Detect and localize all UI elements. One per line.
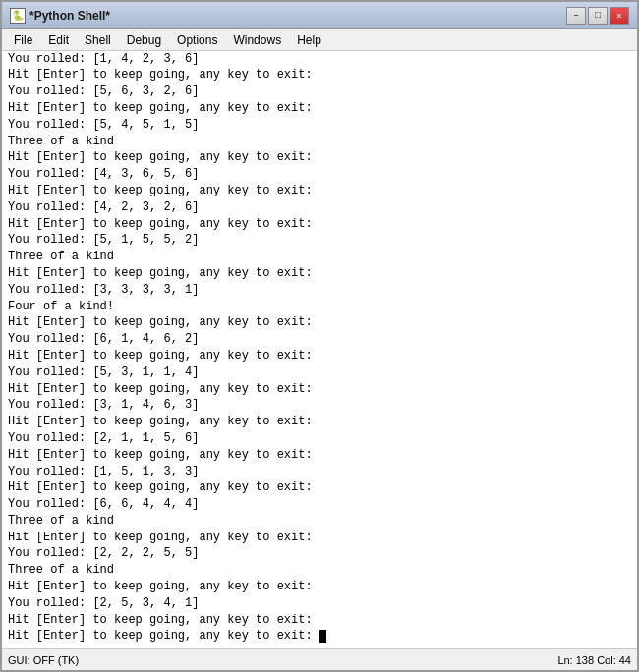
menu-item-help[interactable]: Help [289, 31, 329, 49]
output-line: You rolled: [4, 3, 6, 5, 6] [8, 166, 631, 183]
title-bar-left: 🐍 *Python Shell* [10, 8, 110, 24]
output-line: You rolled: [5, 6, 3, 2, 6] [8, 84, 631, 100]
output-line: Hit [Enter] to keep going, any key to ex… [8, 265, 631, 282]
window-controls: – □ ✕ [566, 7, 629, 25]
output-line: Hit [Enter] to keep going, any key to ex… [8, 314, 631, 331]
content-area: You rolled: [3, 6, 3, 5, 3]Three of a ki… [2, 51, 637, 648]
menu-item-shell[interactable]: Shell [77, 31, 119, 49]
menu-item-options[interactable]: Options [169, 31, 225, 49]
output-line: Hit [Enter] to keep going, any key to ex… [8, 479, 631, 496]
output-line: Hit [Enter] to keep going, any key to ex… [8, 67, 631, 84]
output-line: Hit [Enter] to keep going, any key to ex… [8, 348, 631, 364]
output-line: Three of a kind [8, 562, 631, 579]
shell-output[interactable]: You rolled: [3, 6, 3, 5, 3]Three of a ki… [2, 51, 637, 648]
output-line: You rolled: [4, 2, 3, 2, 6] [8, 199, 631, 216]
close-button[interactable]: ✕ [610, 7, 629, 25]
output-line: Hit [Enter] to keep going, any key to ex… [8, 100, 631, 117]
output-line: Hit [Enter] to keep going, any key to ex… [8, 579, 631, 595]
last-prompt-line: Hit [Enter] to keep going, any key to ex… [8, 628, 631, 644]
output-line: Hit [Enter] to keep going, any key to ex… [8, 149, 631, 166]
text-cursor [320, 630, 326, 643]
output-line: You rolled: [2, 5, 3, 4, 1] [8, 595, 631, 612]
minimize-button[interactable]: – [566, 7, 586, 25]
output-line: You rolled: [1, 4, 2, 3, 6] [8, 51, 631, 67]
menu-item-file[interactable]: File [6, 31, 40, 49]
output-line: You rolled: [3, 3, 3, 3, 1] [8, 282, 631, 299]
output-line: Hit [Enter] to keep going, any key to ex… [8, 612, 631, 629]
maximize-button[interactable]: □ [588, 7, 608, 25]
title-bar: 🐍 *Python Shell* – □ ✕ [2, 2, 637, 29]
output-line: You rolled: [5, 4, 5, 1, 5] [8, 117, 631, 134]
output-line: Hit [Enter] to keep going, any key to ex… [8, 216, 631, 233]
output-line: You rolled: [6, 1, 4, 6, 2] [8, 331, 631, 348]
cursor-position: Ln: 138 Col: 44 [557, 654, 631, 666]
output-line: You rolled: [5, 1, 5, 5, 2] [8, 232, 631, 249]
menu-item-windows[interactable]: Windows [225, 31, 289, 49]
python-shell-window: 🐍 *Python Shell* – □ ✕ FileEditShellDebu… [0, 0, 639, 672]
output-line: You rolled: [5, 3, 1, 1, 4] [8, 364, 631, 381]
output-line: Four of a kind! [8, 299, 631, 315]
output-line: You rolled: [3, 1, 4, 6, 3] [8, 397, 631, 414]
output-line: You rolled: [2, 2, 2, 5, 5] [8, 545, 631, 562]
window-title: *Python Shell* [29, 9, 110, 23]
output-line: Three of a kind [8, 513, 631, 530]
output-line: You rolled: [1, 5, 1, 3, 3] [8, 464, 631, 480]
window-icon: 🐍 [10, 8, 26, 24]
output-line: Hit [Enter] to keep going, any key to ex… [8, 381, 631, 398]
output-line: Hit [Enter] to keep going, any key to ex… [8, 447, 631, 464]
output-line: Hit [Enter] to keep going, any key to ex… [8, 530, 631, 546]
output-line: Hit [Enter] to keep going, any key to ex… [8, 183, 631, 199]
gui-status: GUI: OFF (TK) [8, 654, 79, 666]
menu-item-edit[interactable]: Edit [40, 31, 77, 49]
output-line: Three of a kind [8, 249, 631, 265]
output-line: Hit [Enter] to keep going, any key to ex… [8, 414, 631, 430]
menu-bar: FileEditShellDebugOptionsWindowsHelp [2, 29, 637, 51]
status-bar: GUI: OFF (TK) Ln: 138 Col: 44 [2, 648, 637, 670]
menu-item-debug[interactable]: Debug [119, 31, 169, 49]
output-line: You rolled: [6, 6, 4, 4, 4] [8, 496, 631, 513]
output-line: You rolled: [2, 1, 1, 5, 6] [8, 430, 631, 447]
output-line: Three of a kind [8, 134, 631, 150]
